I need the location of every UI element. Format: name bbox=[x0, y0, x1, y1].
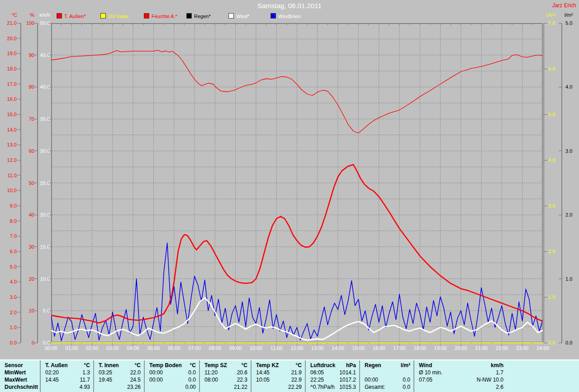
y-tick-label-km/h: 0.0 bbox=[33, 340, 50, 345]
table-column-Luftdruck: LuftdruckhPa06:051014.122:251017.2^0.7hP… bbox=[305, 360, 359, 392]
x-tick-label: 13:00 bbox=[308, 345, 327, 351]
table-cell-time: 00:00 bbox=[149, 369, 163, 376]
y-tick-label-°C: 14.0 bbox=[0, 127, 17, 132]
table-cell-time: 22:25 bbox=[310, 376, 324, 383]
y-tick-label-°C: 4.0 bbox=[0, 279, 17, 284]
table-cell-value: 22.9 bbox=[291, 376, 302, 383]
y-tick-label-%: 60 bbox=[18, 148, 34, 154]
axis-line-UV-I bbox=[543, 23, 544, 343]
table-cell-row: 00:000.0 bbox=[145, 376, 199, 383]
table-cell-row: 19:4524.5 bbox=[94, 376, 144, 383]
legend-swatch-icon bbox=[186, 13, 192, 19]
y-tick-label-%: 20 bbox=[18, 276, 34, 282]
table-column-name: Temp Boden bbox=[149, 362, 182, 369]
table-column-unit: °C bbox=[135, 362, 141, 369]
table-cell-row: 21.22 bbox=[200, 383, 251, 391]
table-cell-time: 10:05 bbox=[256, 376, 270, 383]
y-tick-label-%: 90 bbox=[18, 52, 34, 58]
table-cell-row: 0.00 bbox=[145, 383, 199, 391]
y-tick-label-%: 70 bbox=[18, 116, 34, 122]
y-tick bbox=[559, 343, 562, 343]
y-tick bbox=[18, 206, 21, 206]
y-tick-label-l/m²: 1.0 bbox=[565, 276, 579, 282]
table-cell-time: 07:05 bbox=[419, 376, 432, 383]
table-cell-row: 14:4511.7 bbox=[41, 376, 93, 383]
y-tick bbox=[18, 145, 21, 145]
y-tick-label-°C: 12.0 bbox=[0, 157, 17, 163]
y-tick-label-°C: 11.0 bbox=[0, 173, 17, 178]
plot-highlight-line bbox=[543, 23, 543, 343]
x-tick-label: 06:00 bbox=[164, 345, 184, 351]
table-cell-value: 23.26 bbox=[127, 383, 141, 391]
table-column-Wind: Windkm/hØ 10 min.1.707:05N-NW 10.02.6 bbox=[413, 360, 579, 392]
legend-label: Wind* bbox=[236, 14, 249, 19]
x-tick-label: 08:00 bbox=[205, 345, 225, 351]
axis-header-UV-I: UV-I bbox=[546, 12, 560, 18]
y-tick-label-km/h: 10.0 bbox=[33, 276, 50, 282]
table-column-Regen: Regenl/m²00:000.0Gesamt:0.0 bbox=[359, 360, 413, 392]
table-cell-time: 00:00 bbox=[365, 376, 378, 383]
table-cell-value: 1014.1 bbox=[339, 369, 356, 376]
y-tick bbox=[559, 215, 562, 215]
table-cell-row: 03:2522.0 bbox=[94, 369, 144, 376]
table-cell-row: 08:0022.3 bbox=[200, 376, 251, 383]
table-row-label: Durchschnitt bbox=[0, 383, 40, 391]
table-column-name: T. Außen bbox=[45, 362, 68, 369]
table-column-T. Innen: T. Innen°C03:2522.019:4524.523.26 bbox=[93, 360, 144, 392]
y-tick-label-l/m²: 3.0 bbox=[565, 148, 579, 154]
table-cell-value: 4.93 bbox=[80, 383, 90, 391]
table-cell-row: ^0.7hPa/h1015.3 bbox=[306, 383, 359, 391]
table-column-name: Temp SZ bbox=[204, 362, 227, 369]
table-column-unit: km/h bbox=[491, 362, 576, 369]
y-tick bbox=[18, 114, 21, 115]
y-tick-label-km/h: 45.0 bbox=[33, 52, 50, 58]
table-row-label: MaxWert bbox=[0, 376, 40, 383]
y-tick bbox=[544, 251, 547, 252]
y-tick-label-°C: 7.0 bbox=[0, 233, 17, 239]
y-tick-label-km/h: 30.0 bbox=[33, 148, 50, 154]
y-tick bbox=[18, 266, 21, 267]
table-cell-row: 23.26 bbox=[94, 383, 144, 391]
y-tick-label-%: 0 bbox=[18, 340, 34, 345]
y-tick bbox=[559, 279, 562, 279]
y-tick-label-°C: 10.0 bbox=[0, 188, 17, 193]
y-tick-label-%: 80 bbox=[18, 84, 34, 90]
x-tick-label: 01:00 bbox=[62, 345, 81, 351]
y-tick bbox=[18, 327, 21, 328]
y-tick-label-%: 40 bbox=[18, 212, 34, 217]
table-column-header: Temp SZ°C bbox=[200, 362, 251, 369]
table-cell-row: 2.6 bbox=[414, 383, 579, 391]
axis-header-l/m²: l/m² bbox=[565, 12, 579, 18]
y-tick bbox=[544, 160, 547, 161]
x-tick-label: 16:00 bbox=[369, 345, 389, 351]
table-column-header: T. Außen°C bbox=[41, 362, 93, 369]
table-cell-value: N-NW 10.0 bbox=[477, 376, 576, 383]
y-tick-label-%: 100 bbox=[18, 20, 34, 26]
y-tick bbox=[18, 236, 21, 236]
table-row-label: Sensor bbox=[0, 362, 40, 369]
x-tick-label: 19:00 bbox=[431, 345, 451, 351]
table-column-name: T. Innen bbox=[99, 362, 119, 369]
table-cell-value: 1.7 bbox=[496, 369, 576, 376]
x-tick-label: 10:00 bbox=[246, 345, 266, 351]
legend-label: Regen* bbox=[194, 14, 211, 19]
table-cell-value: 0.0 bbox=[403, 376, 410, 383]
y-tick-label-km/h: 20.0 bbox=[33, 212, 50, 217]
legend-item: T. Außen* bbox=[57, 13, 86, 19]
table-cell-row: 22:251017.2 bbox=[306, 376, 359, 383]
table-cell-row bbox=[360, 369, 413, 376]
legend-label: Feuchte A.* bbox=[152, 14, 177, 19]
table-column-unit: °C bbox=[242, 362, 247, 369]
legend-item: Regen* bbox=[186, 13, 211, 19]
table-cell-time: 02:20 bbox=[45, 369, 59, 376]
table-column-unit: hPa bbox=[346, 362, 356, 369]
table-cell-value: 22.3 bbox=[237, 376, 247, 383]
x-tick-label: 17:00 bbox=[389, 345, 409, 351]
legend-label: Windböen bbox=[278, 14, 301, 19]
y-tick bbox=[18, 297, 21, 298]
table-cell-value: 21.9 bbox=[291, 369, 302, 376]
legend-swatch-icon bbox=[57, 13, 62, 19]
y-tick-label-°C: 17.0 bbox=[0, 81, 17, 87]
x-tick-label: 05:00 bbox=[143, 345, 163, 351]
table-cell-value: 22.0 bbox=[130, 369, 141, 376]
